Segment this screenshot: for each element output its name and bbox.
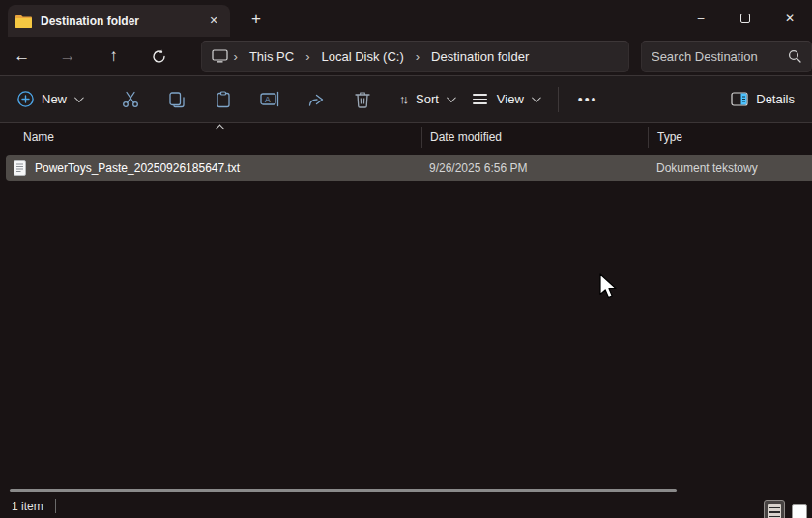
horizontal-scrollbar[interactable]: [10, 489, 677, 492]
view-button[interactable]: View: [463, 83, 548, 116]
command-toolbar: New A: [0, 75, 812, 123]
refresh-icon: [152, 49, 166, 64]
new-plus-icon: [17, 91, 34, 107]
cut-button[interactable]: [111, 83, 150, 116]
new-button-label: New: [42, 92, 67, 106]
file-type: Dokument tekstowy: [648, 161, 812, 175]
file-name: PowerToys_Paste_20250926185647.txt: [35, 161, 240, 175]
item-count: 1 item: [12, 500, 44, 513]
sort-button-label: Sort: [416, 92, 439, 106]
details-view-toggle[interactable]: [764, 500, 785, 518]
sort-arrows-icon: ↑↓: [399, 92, 406, 106]
copy-icon: [168, 91, 186, 108]
file-row[interactable]: PowerToys_Paste_20250926185647.txt 9/26/…: [6, 155, 812, 181]
chevron-down-icon: [532, 93, 541, 102]
view-toggle-group: [764, 500, 810, 518]
breadcrumb-this-pc[interactable]: This PC: [244, 46, 300, 67]
details-pane-button[interactable]: Details: [721, 83, 804, 116]
paste-button[interactable]: [204, 83, 243, 116]
large-icons-view-icon: [792, 504, 807, 518]
svg-text:A: A: [265, 95, 271, 104]
breadcrumb-separator: ›: [228, 49, 244, 64]
ellipsis-icon: •••: [578, 92, 598, 107]
breadcrumb-destination-folder[interactable]: Destination folder: [425, 46, 535, 67]
details-button-label: Details: [756, 92, 795, 106]
details-pane-icon: [731, 92, 748, 106]
mouse-cursor: [599, 273, 618, 301]
new-button[interactable]: New: [8, 83, 91, 116]
up-button[interactable]: ↑: [98, 42, 130, 71]
view-lines-icon: [473, 94, 487, 104]
toolbar-divider: [101, 87, 102, 112]
search-box[interactable]: [641, 41, 812, 72]
paste-icon: [215, 91, 232, 108]
cut-icon: [122, 91, 139, 108]
forward-button[interactable]: →: [51, 42, 83, 71]
status-bar: 1 item: [0, 494, 812, 518]
new-tab-button[interactable]: +: [244, 7, 269, 31]
file-list-area: Name Date modified Type PowerToys_Paste_…: [0, 123, 812, 518]
large-icons-view-toggle[interactable]: [789, 500, 810, 518]
folder-icon: [15, 14, 32, 28]
column-header-date-modified[interactable]: Date modified: [421, 127, 648, 148]
search-icon: [788, 49, 801, 63]
window-controls: – ✕: [679, 0, 812, 37]
rename-icon: A: [260, 91, 279, 107]
column-header-name[interactable]: Name: [0, 130, 421, 144]
chevron-down-icon: [74, 93, 84, 102]
address-bar[interactable]: › This PC › Local Disk (C:) › Destinatio…: [201, 41, 629, 72]
breadcrumb-separator: ›: [410, 49, 425, 64]
share-icon: [307, 91, 325, 108]
toolbar-divider: [558, 87, 559, 112]
details-view-icon: [768, 504, 781, 518]
refresh-button[interactable]: [143, 42, 175, 71]
delete-button[interactable]: [343, 83, 382, 116]
back-button[interactable]: ←: [6, 42, 38, 71]
chevron-down-icon: [447, 93, 456, 102]
rename-button[interactable]: A: [250, 83, 289, 116]
file-date-modified: 9/26/2025 6:56 PM: [421, 161, 648, 175]
file-explorer-window: Destination folder ✕ + – ✕ ← → ↑ › This …: [0, 0, 812, 518]
column-headers: Name Date modified Type: [0, 123, 812, 152]
view-button-label: View: [497, 92, 524, 106]
status-divider: [55, 499, 56, 513]
tab-close-icon[interactable]: ✕: [205, 13, 222, 30]
sort-button[interactable]: ↑↓ Sort: [390, 83, 463, 116]
maximize-button[interactable]: [723, 0, 768, 37]
text-document-icon: [14, 160, 26, 176]
more-options-button[interactable]: •••: [568, 83, 608, 116]
copy-button[interactable]: [158, 83, 196, 116]
search-input[interactable]: [652, 49, 788, 64]
minimize-button[interactable]: –: [679, 0, 723, 37]
column-header-type[interactable]: Type: [648, 127, 812, 148]
tab-title: Destination folder: [41, 14, 205, 28]
trash-icon: [355, 91, 370, 108]
navigation-bar: ← → ↑ › This PC › Local Disk (C:) › Dest…: [0, 37, 812, 75]
explorer-tab[interactable]: Destination folder ✕: [8, 5, 230, 37]
maximize-icon: [740, 14, 750, 23]
breadcrumb-local-disk[interactable]: Local Disk (C:): [315, 46, 409, 67]
file-name-cell: PowerToys_Paste_20250926185647.txt: [6, 160, 421, 176]
this-pc-icon: [212, 49, 228, 63]
titlebar: Destination folder ✕ + – ✕: [0, 0, 812, 37]
share-button[interactable]: [297, 83, 335, 116]
breadcrumb-separator: ›: [300, 49, 315, 64]
close-button[interactable]: ✕: [768, 0, 812, 37]
